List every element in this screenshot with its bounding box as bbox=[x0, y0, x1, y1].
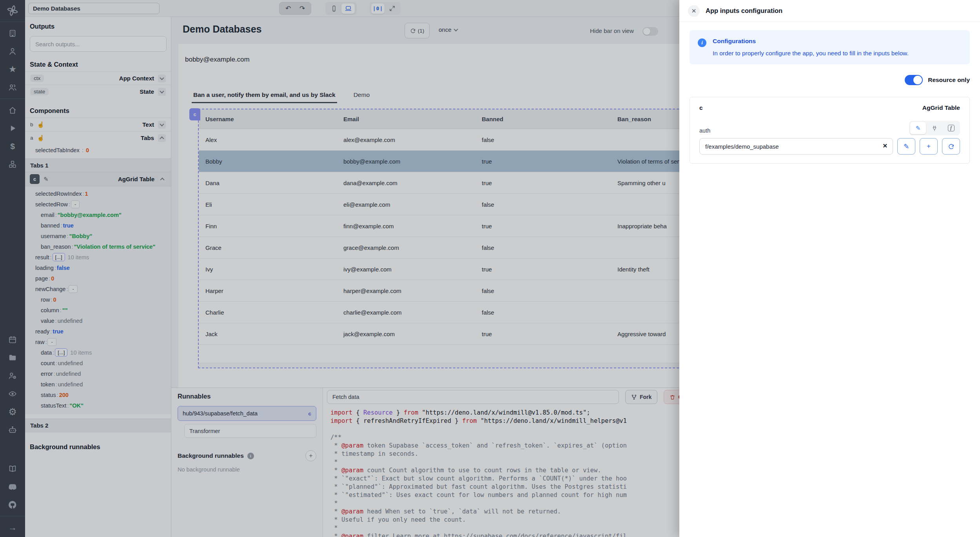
resource-field: ✕ bbox=[699, 138, 893, 155]
info-description: In order to properly configure the app, … bbox=[713, 50, 909, 57]
component-id: c bbox=[699, 104, 703, 111]
field-label: auth bbox=[699, 127, 710, 135]
info-icon: i bbox=[698, 38, 706, 47]
drawer-header: ✕ App inputs configuration bbox=[679, 0, 980, 22]
drawer-body: i Configurations In order to properly co… bbox=[679, 22, 980, 172]
configurations-info-box: i Configurations In order to properly co… bbox=[690, 30, 970, 64]
windmill-app-editor: ★ $ ⚙ → ↶ ↷ |0| Outputs bbox=[0, 0, 980, 537]
modal-dim-overlay[interactable] bbox=[0, 0, 679, 537]
component-type-label: AgGrid Table bbox=[922, 104, 960, 111]
resource-only-toggle[interactable] bbox=[905, 75, 923, 85]
input-mode-segmented-control: ✎ f bbox=[909, 121, 960, 135]
edit-resource-button[interactable]: ✎ bbox=[897, 138, 915, 155]
pencil-icon[interactable]: ✎ bbox=[910, 122, 926, 134]
resource-only-label: Resource only bbox=[928, 76, 970, 84]
refresh-resource-button[interactable] bbox=[942, 138, 960, 155]
function-icon[interactable]: f bbox=[943, 122, 959, 134]
resource-only-row: Resource only bbox=[690, 75, 970, 85]
add-resource-button[interactable]: + bbox=[920, 138, 938, 155]
close-icon[interactable]: ✕ bbox=[688, 5, 700, 17]
drawer-title: App inputs configuration bbox=[706, 7, 782, 15]
component-input-card: c AgGrid Table auth ✎ f bbox=[690, 97, 970, 164]
info-title: Configurations bbox=[713, 38, 909, 45]
resource-input[interactable] bbox=[699, 138, 893, 155]
clear-icon[interactable]: ✕ bbox=[882, 142, 887, 149]
plug-icon[interactable] bbox=[927, 122, 942, 134]
app-inputs-drawer: ✕ App inputs configuration i Configurati… bbox=[679, 0, 980, 537]
